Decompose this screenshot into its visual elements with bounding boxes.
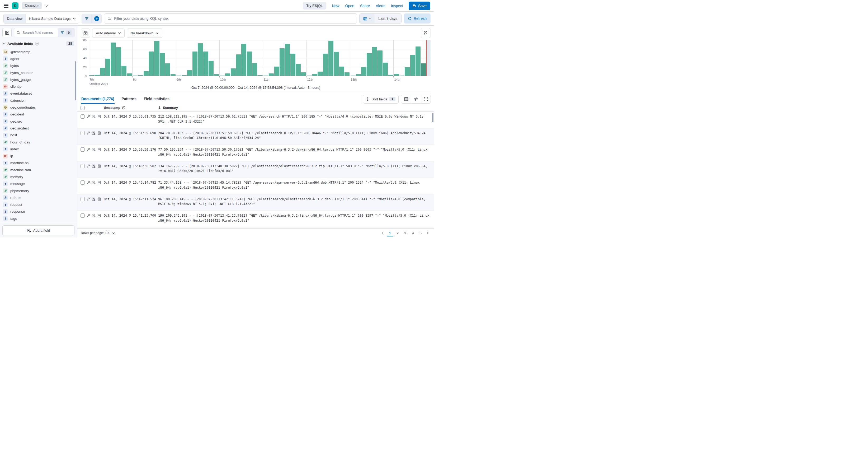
- row-checkbox[interactable]: [81, 197, 85, 201]
- time-range-button[interactable]: Last 7 days: [374, 14, 401, 23]
- breakdown-select[interactable]: No breakdown: [127, 29, 162, 38]
- nav-link-share[interactable]: Share: [360, 4, 370, 8]
- timestamp-column-header[interactable]: timestamp: [104, 106, 158, 110]
- tab-patterns[interactable]: Patterns: [121, 94, 137, 104]
- add-filter-button[interactable]: +: [92, 14, 101, 23]
- expand-row-icon[interactable]: [87, 148, 90, 151]
- summary-column-header[interactable]: Summary: [158, 106, 434, 110]
- field-item-referer[interactable]: kreferer: [0, 194, 77, 201]
- field-item--timestamp[interactable]: @timestamp: [0, 48, 77, 55]
- row-checkbox[interactable]: [81, 147, 85, 152]
- field-item-extension[interactable]: textension: [0, 97, 77, 104]
- refresh-button[interactable]: Refresh: [404, 13, 431, 24]
- help-icon[interactable]: ?: [35, 42, 39, 46]
- field-item-machine-ram[interactable]: #machine.ram: [0, 167, 77, 173]
- page-5[interactable]: 5: [417, 230, 424, 236]
- expand-row-icon[interactable]: [87, 181, 90, 184]
- field-item-tags[interactable]: ttags: [0, 215, 77, 222]
- field-item-bytes_counter[interactable]: #bytes_counter: [0, 69, 77, 76]
- row-checkbox[interactable]: [81, 164, 85, 168]
- collapse-sidebar-button[interactable]: [2, 28, 11, 37]
- field-item-machine-os[interactable]: tmachine.os: [0, 159, 77, 167]
- select-all-checkbox[interactable]: [81, 106, 85, 110]
- fullscreen-icon[interactable]: [421, 95, 431, 103]
- field-item-agent[interactable]: tagent: [0, 55, 77, 62]
- view-document-icon[interactable]: [97, 214, 101, 217]
- sidebar-scrollbar[interactable]: [75, 61, 76, 100]
- field-item-phpmemory[interactable]: #phpmemory: [0, 187, 77, 194]
- page-4[interactable]: 4: [410, 230, 416, 236]
- doc-compare-icon[interactable]: [92, 115, 96, 118]
- view-document-icon[interactable]: [97, 148, 101, 151]
- field-filter-button[interactable]: 0: [58, 28, 74, 37]
- field-item-bytes_gauge[interactable]: #bytes_gauge: [0, 76, 77, 83]
- doc-compare-icon[interactable]: [92, 181, 96, 184]
- doc-compare-icon[interactable]: [92, 131, 96, 135]
- field-item-ip[interactable]: IPip: [0, 152, 77, 159]
- hide-chart-button[interactable]: [81, 29, 90, 38]
- view-document-icon[interactable]: [97, 181, 101, 184]
- doc-compare-icon[interactable]: [92, 164, 96, 168]
- nav-link-open[interactable]: Open: [345, 4, 354, 8]
- nav-link-inspect[interactable]: Inspect: [391, 4, 403, 8]
- field-item-host[interactable]: thost: [0, 132, 77, 139]
- chevron-down-icon[interactable]: [3, 43, 5, 44]
- try-esql-button[interactable]: Try ES|QL: [303, 2, 326, 9]
- histogram-plot[interactable]: 7thOctober 20248th9th10th11th12th13th14t…: [89, 40, 431, 76]
- view-document-icon[interactable]: [97, 131, 101, 135]
- histogram[interactable]: 020406080 7thOctober 20248th9th10th11th1…: [81, 40, 431, 76]
- expand-row-icon[interactable]: [87, 214, 90, 217]
- page-2[interactable]: 2: [394, 230, 401, 236]
- field-item-index[interactable]: tindex: [0, 146, 77, 152]
- view-document-icon[interactable]: [97, 197, 101, 201]
- doc-compare-icon[interactable]: [92, 214, 96, 217]
- row-checkbox[interactable]: [81, 213, 85, 218]
- interval-select[interactable]: Auto interval: [92, 29, 125, 38]
- density-icon[interactable]: [401, 95, 411, 103]
- doc-compare-icon[interactable]: [92, 148, 96, 151]
- expand-row-icon[interactable]: [87, 197, 90, 201]
- nav-link-new[interactable]: New: [332, 4, 340, 8]
- field-item-geo-coordinates[interactable]: geo.coordinates: [0, 104, 77, 111]
- sort-fields-button[interactable]: Sort fields 1: [363, 95, 399, 103]
- kql-search-input[interactable]: Filter your data using KQL syntax: [104, 13, 357, 24]
- field-item-event-dataset[interactable]: kevent.dataset: [0, 90, 77, 97]
- view-document-icon[interactable]: [97, 164, 101, 168]
- row-settings-icon[interactable]: [411, 95, 421, 103]
- row-checkbox[interactable]: [81, 131, 85, 135]
- previous-page-icon[interactable]: [380, 230, 385, 236]
- field-item-geo-srcdest[interactable]: kgeo.srcdest: [0, 125, 77, 131]
- field-item-geo-src[interactable]: kgeo.src: [0, 118, 77, 125]
- field-item-request[interactable]: trequest: [0, 201, 77, 208]
- field-item-message[interactable]: tmessage: [0, 180, 77, 187]
- field-item-bytes[interactable]: #bytes: [0, 62, 77, 69]
- doc-compare-icon[interactable]: [92, 197, 96, 201]
- field-item-geo-dest[interactable]: kgeo.dest: [0, 111, 77, 118]
- filter-icon[interactable]: [82, 14, 92, 23]
- save-button[interactable]: Save: [409, 2, 430, 10]
- row-checkbox[interactable]: [81, 180, 85, 185]
- field-item-clientip[interactable]: IPclientip: [0, 83, 77, 90]
- edit-visualization-button[interactable]: [421, 28, 431, 38]
- expand-row-icon[interactable]: [87, 164, 90, 168]
- expand-row-icon[interactable]: [87, 131, 90, 135]
- calendar-menu-button[interactable]: [360, 14, 374, 23]
- tab-field[interactable]: Field statistics: [143, 94, 170, 104]
- data-view-select[interactable]: Kibana Sample Data Logs: [26, 14, 79, 23]
- tab-documents[interactable]: Documents (1,776): [81, 94, 115, 104]
- field-item-hour_of_day[interactable]: #hour_of_day: [0, 139, 77, 146]
- view-document-icon[interactable]: [97, 115, 101, 118]
- page-1[interactable]: 1: [387, 230, 393, 236]
- field-item-response[interactable]: tresponse: [0, 208, 77, 215]
- menu-icon[interactable]: [4, 4, 8, 8]
- next-page-icon[interactable]: [425, 230, 430, 236]
- rows-per-page-button[interactable]: Rows per page: 100: [81, 231, 115, 235]
- field-search-input[interactable]: Search field names 0: [14, 28, 74, 37]
- page-3[interactable]: 3: [402, 230, 408, 236]
- nav-link-alerts[interactable]: Alerts: [376, 4, 385, 8]
- field-item-memory[interactable]: #memory: [0, 173, 77, 180]
- expand-row-icon[interactable]: [87, 115, 90, 118]
- row-checkbox[interactable]: [81, 114, 85, 119]
- add-field-button[interactable]: Add a field: [2, 225, 74, 235]
- space-avatar[interactable]: D: [12, 2, 19, 9]
